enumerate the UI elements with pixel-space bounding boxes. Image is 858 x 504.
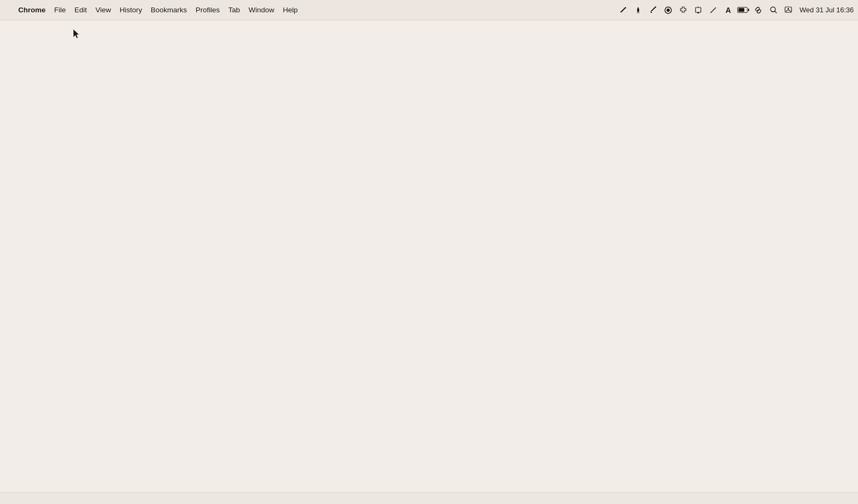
svg-point-0	[637, 12, 640, 13]
menu-history[interactable]: History	[115, 4, 146, 16]
datetime-display: Wed 31 Jul 16:36	[800, 6, 854, 14]
menu-view[interactable]: View	[91, 4, 115, 16]
menu-bookmarks[interactable]: Bookmarks	[146, 4, 191, 16]
svg-rect-3	[696, 8, 701, 12]
svg-line-5	[711, 8, 716, 13]
svg-point-9	[788, 8, 789, 10]
markup-icon[interactable]	[617, 4, 629, 16]
battery-fill	[738, 8, 744, 12]
menu-profiles[interactable]: Profiles	[191, 4, 224, 16]
link-icon[interactable]	[752, 4, 764, 16]
notification-icon[interactable]	[692, 4, 704, 16]
tool-icon[interactable]	[707, 4, 719, 16]
font-icon[interactable]: A	[722, 4, 734, 16]
status-bar-bottom	[0, 492, 858, 504]
extensions-icon[interactable]	[677, 4, 689, 16]
menubar-left: Chrome File Edit View History Bookmarks …	[4, 4, 617, 16]
apple-menu[interactable]	[4, 9, 13, 12]
menu-edit[interactable]: Edit	[70, 4, 91, 16]
battery-body	[737, 7, 748, 13]
user-icon[interactable]	[782, 4, 794, 16]
menu-window[interactable]: Window	[244, 4, 278, 16]
menu-file[interactable]: File	[50, 4, 70, 16]
svg-line-7	[775, 11, 776, 13]
battery-icon[interactable]	[737, 4, 749, 16]
menubar-right: A	[617, 4, 854, 16]
battery-tip	[748, 9, 749, 11]
pencil-icon[interactable]	[647, 4, 659, 16]
menu-chrome[interactable]: Chrome	[14, 4, 50, 16]
svg-rect-4	[697, 12, 699, 13]
menu-tab[interactable]: Tab	[224, 4, 245, 16]
screenrecord-icon[interactable]	[662, 4, 674, 16]
flame-icon[interactable]	[632, 4, 644, 16]
svg-point-2	[667, 9, 670, 12]
menubar: Chrome File Edit View History Bookmarks …	[0, 0, 858, 20]
main-content	[0, 20, 858, 504]
search-icon[interactable]	[767, 4, 779, 16]
menu-help[interactable]: Help	[278, 4, 302, 16]
